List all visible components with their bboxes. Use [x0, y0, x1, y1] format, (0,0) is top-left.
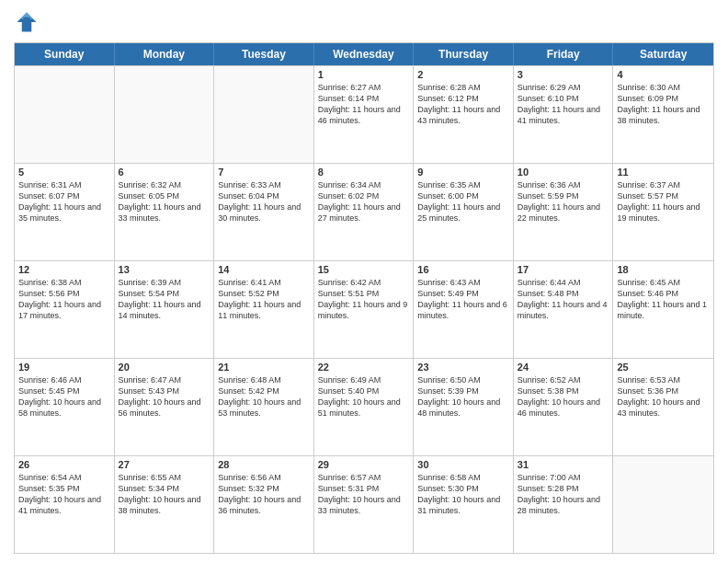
- cell-info: Sunrise: 6:34 AM Sunset: 6:02 PM Dayligh…: [318, 179, 410, 224]
- day-number: 28: [218, 459, 310, 470]
- calendar-cell: 17Sunrise: 6:44 AM Sunset: 5:48 PM Dayli…: [514, 261, 614, 358]
- cell-info: Sunrise: 6:41 AM Sunset: 5:52 PM Dayligh…: [218, 277, 310, 322]
- calendar-cell: 8Sunrise: 6:34 AM Sunset: 6:02 PM Daylig…: [314, 164, 415, 260]
- calendar-row: 5Sunrise: 6:31 AM Sunset: 6:07 PM Daylig…: [15, 163, 713, 260]
- day-number: 16: [417, 264, 509, 275]
- day-number: 9: [417, 167, 509, 178]
- calendar-cell: 16Sunrise: 6:43 AM Sunset: 5:49 PM Dayli…: [414, 261, 514, 358]
- weekday-header: Tuesday: [214, 43, 314, 65]
- weekday-header: Sunday: [15, 43, 115, 65]
- cell-info: Sunrise: 6:48 AM Sunset: 5:42 PM Dayligh…: [218, 374, 310, 419]
- cell-info: Sunrise: 6:52 AM Sunset: 5:38 PM Dayligh…: [518, 374, 609, 419]
- day-number: 15: [318, 264, 410, 275]
- day-number: 18: [617, 264, 710, 275]
- day-number: 11: [617, 167, 710, 178]
- day-number: 6: [119, 167, 210, 178]
- day-number: 26: [18, 459, 110, 470]
- day-number: 2: [417, 69, 509, 80]
- weekday-header: Monday: [115, 43, 215, 65]
- cell-info: Sunrise: 6:46 AM Sunset: 5:45 PM Dayligh…: [18, 374, 110, 419]
- calendar-cell: 15Sunrise: 6:42 AM Sunset: 5:51 PM Dayli…: [314, 261, 415, 358]
- calendar-header: SundayMondayTuesdayWednesdayThursdayFrid…: [15, 43, 713, 65]
- calendar-cell: 1Sunrise: 6:27 AM Sunset: 6:14 PM Daylig…: [314, 66, 415, 163]
- calendar-cell: [15, 66, 115, 163]
- cell-info: Sunrise: 6:27 AM Sunset: 6:14 PM Dayligh…: [318, 82, 410, 127]
- cell-info: Sunrise: 6:35 AM Sunset: 6:00 PM Dayligh…: [417, 179, 509, 224]
- weekday-header: Thursday: [414, 43, 514, 65]
- cell-info: Sunrise: 7:00 AM Sunset: 5:28 PM Dayligh…: [518, 472, 609, 517]
- calendar-cell: [115, 66, 215, 163]
- calendar-row: 19Sunrise: 6:46 AM Sunset: 5:45 PM Dayli…: [15, 358, 713, 455]
- cell-info: Sunrise: 6:55 AM Sunset: 5:34 PM Dayligh…: [119, 472, 210, 517]
- page: SundayMondayTuesdayWednesdayThursdayFrid…: [0, 0, 728, 563]
- cell-info: Sunrise: 6:43 AM Sunset: 5:49 PM Dayligh…: [417, 277, 509, 322]
- day-number: 23: [417, 362, 509, 373]
- cell-info: Sunrise: 6:38 AM Sunset: 5:56 PM Dayligh…: [18, 277, 110, 322]
- day-number: 4: [617, 69, 710, 80]
- day-number: 25: [617, 362, 710, 373]
- day-number: 3: [518, 69, 609, 80]
- calendar-row: 12Sunrise: 6:38 AM Sunset: 5:56 PM Dayli…: [15, 260, 713, 358]
- calendar-cell: 20Sunrise: 6:47 AM Sunset: 5:43 PM Dayli…: [115, 359, 215, 455]
- calendar-cell: 12Sunrise: 6:38 AM Sunset: 5:56 PM Dayli…: [15, 261, 115, 358]
- weekday-header: Saturday: [613, 43, 713, 65]
- cell-info: Sunrise: 6:32 AM Sunset: 6:05 PM Dayligh…: [119, 179, 210, 224]
- calendar-cell: 24Sunrise: 6:52 AM Sunset: 5:38 PM Dayli…: [514, 359, 614, 455]
- cell-info: Sunrise: 6:33 AM Sunset: 6:04 PM Dayligh…: [218, 179, 310, 224]
- calendar-cell: 25Sunrise: 6:53 AM Sunset: 5:36 PM Dayli…: [613, 359, 713, 455]
- calendar-cell: 7Sunrise: 6:33 AM Sunset: 6:04 PM Daylig…: [214, 164, 314, 260]
- calendar-cell: 18Sunrise: 6:45 AM Sunset: 5:46 PM Dayli…: [613, 261, 713, 358]
- cell-info: Sunrise: 6:42 AM Sunset: 5:51 PM Dayligh…: [318, 277, 410, 322]
- day-number: 22: [318, 362, 410, 373]
- day-number: 1: [318, 69, 410, 80]
- calendar-row: 26Sunrise: 6:54 AM Sunset: 5:35 PM Dayli…: [15, 455, 713, 553]
- calendar-cell: 5Sunrise: 6:31 AM Sunset: 6:07 PM Daylig…: [15, 164, 115, 260]
- calendar-cell: 29Sunrise: 6:57 AM Sunset: 5:31 PM Dayli…: [314, 456, 415, 553]
- calendar-cell: 22Sunrise: 6:49 AM Sunset: 5:40 PM Dayli…: [314, 359, 415, 455]
- cell-info: Sunrise: 6:53 AM Sunset: 5:36 PM Dayligh…: [617, 374, 710, 419]
- cell-info: Sunrise: 6:54 AM Sunset: 5:35 PM Dayligh…: [18, 472, 110, 517]
- cell-info: Sunrise: 6:28 AM Sunset: 6:12 PM Dayligh…: [417, 82, 509, 127]
- calendar-cell: 19Sunrise: 6:46 AM Sunset: 5:45 PM Dayli…: [15, 359, 115, 455]
- calendar-cell: 2Sunrise: 6:28 AM Sunset: 6:12 PM Daylig…: [414, 66, 514, 163]
- cell-info: Sunrise: 6:47 AM Sunset: 5:43 PM Dayligh…: [119, 374, 210, 419]
- calendar-cell: 14Sunrise: 6:41 AM Sunset: 5:52 PM Dayli…: [214, 261, 314, 358]
- calendar-cell: 6Sunrise: 6:32 AM Sunset: 6:05 PM Daylig…: [115, 164, 215, 260]
- day-number: 24: [518, 362, 609, 373]
- calendar-cell: 31Sunrise: 7:00 AM Sunset: 5:28 PM Dayli…: [514, 456, 614, 553]
- calendar-cell: 10Sunrise: 6:36 AM Sunset: 5:59 PM Dayli…: [514, 164, 614, 260]
- weekday-header: Friday: [514, 43, 614, 65]
- day-number: 14: [218, 264, 310, 275]
- calendar-body: 1Sunrise: 6:27 AM Sunset: 6:14 PM Daylig…: [15, 65, 713, 553]
- cell-info: Sunrise: 6:45 AM Sunset: 5:46 PM Dayligh…: [617, 277, 710, 322]
- calendar-cell: 21Sunrise: 6:48 AM Sunset: 5:42 PM Dayli…: [214, 359, 314, 455]
- day-number: 20: [119, 362, 210, 373]
- day-number: 10: [518, 167, 609, 178]
- cell-info: Sunrise: 6:58 AM Sunset: 5:30 PM Dayligh…: [417, 472, 509, 517]
- day-number: 21: [218, 362, 310, 373]
- cell-info: Sunrise: 6:31 AM Sunset: 6:07 PM Dayligh…: [18, 179, 110, 224]
- day-number: 7: [218, 167, 310, 178]
- day-number: 27: [119, 459, 210, 470]
- calendar: SundayMondayTuesdayWednesdayThursdayFrid…: [14, 42, 714, 554]
- day-number: 8: [318, 167, 410, 178]
- calendar-cell: 30Sunrise: 6:58 AM Sunset: 5:30 PM Dayli…: [414, 456, 514, 553]
- cell-info: Sunrise: 6:49 AM Sunset: 5:40 PM Dayligh…: [318, 374, 410, 419]
- cell-info: Sunrise: 6:39 AM Sunset: 5:54 PM Dayligh…: [119, 277, 210, 322]
- calendar-row: 1Sunrise: 6:27 AM Sunset: 6:14 PM Daylig…: [15, 65, 713, 163]
- calendar-cell: [613, 456, 713, 553]
- calendar-cell: 3Sunrise: 6:29 AM Sunset: 6:10 PM Daylig…: [514, 66, 614, 163]
- day-number: 31: [518, 459, 609, 470]
- calendar-cell: [214, 66, 314, 163]
- day-number: 30: [417, 459, 509, 470]
- logo-icon: [14, 9, 40, 35]
- calendar-cell: 4Sunrise: 6:30 AM Sunset: 6:09 PM Daylig…: [613, 66, 713, 163]
- calendar-cell: 28Sunrise: 6:56 AM Sunset: 5:32 PM Dayli…: [214, 456, 314, 553]
- cell-info: Sunrise: 6:44 AM Sunset: 5:48 PM Dayligh…: [518, 277, 609, 322]
- day-number: 29: [318, 459, 410, 470]
- header: [14, 9, 714, 35]
- calendar-cell: 23Sunrise: 6:50 AM Sunset: 5:39 PM Dayli…: [414, 359, 514, 455]
- weekday-header: Wednesday: [314, 43, 415, 65]
- day-number: 13: [119, 264, 210, 275]
- calendar-cell: 11Sunrise: 6:37 AM Sunset: 5:57 PM Dayli…: [613, 164, 713, 260]
